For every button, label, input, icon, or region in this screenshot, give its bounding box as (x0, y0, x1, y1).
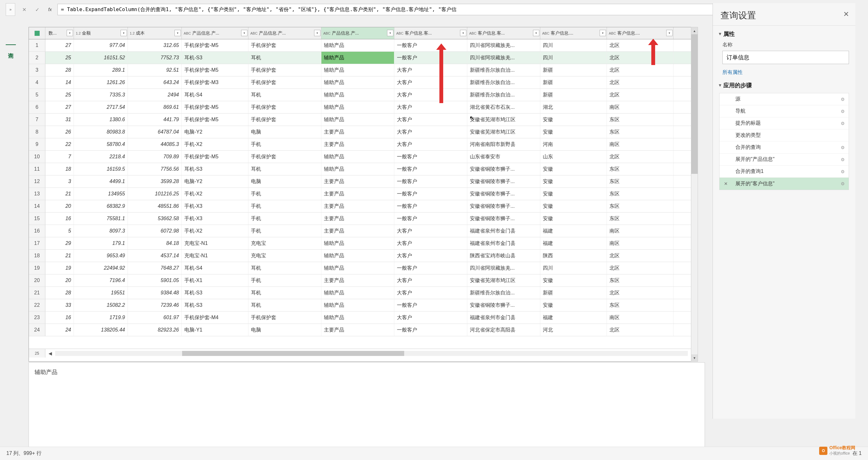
column-header-6[interactable]: ABC客户信息.客... (394, 27, 467, 39)
column-filter-icon[interactable] (241, 30, 247, 36)
cell[interactable]: 福建省泉州市金门县 (467, 237, 540, 249)
table-row[interactable]: 2128195519384.48耳机-S3耳机辅助产品大客户新疆维吾尔族自治..… (29, 287, 698, 299)
properties-header[interactable]: 属性 (719, 30, 849, 38)
table-row[interactable]: 328289.192.51手机保护套-M5手机保护套辅助产品大客户新疆维吾尔族自… (29, 64, 698, 76)
row-number[interactable]: 18 (29, 250, 45, 262)
cell[interactable]: 5 (45, 225, 74, 237)
cell[interactable]: 手机保护套 (248, 311, 321, 324)
cell[interactable]: 主要产品 (321, 200, 394, 212)
table-row[interactable]: 92258780.444085.3手机-X2手机主要产品大客户河南省南阳市新野县… (29, 138, 698, 151)
cell[interactable]: 22494.92 (74, 262, 128, 274)
cell[interactable]: 101216.25 (128, 188, 182, 200)
cell[interactable]: 15082.2 (74, 299, 128, 311)
cell[interactable]: 64787.04 (128, 126, 182, 138)
cell[interactable]: 辅助产品 (321, 52, 394, 64)
horizontal-scrollbar[interactable] (45, 349, 698, 358)
cell[interactable]: 辅助产品 (321, 76, 394, 89)
cell[interactable]: 大客户 (394, 126, 467, 138)
cell[interactable]: 安徽 (540, 163, 607, 175)
applied-step[interactable]: 导航 (719, 105, 849, 117)
cell[interactable]: 75581.1 (74, 213, 128, 224)
cell[interactable]: 25 (45, 89, 74, 101)
cell[interactable]: 电脑 (248, 176, 321, 187)
cell[interactable]: 20 (45, 200, 74, 212)
cell[interactable]: 134955 (74, 188, 128, 200)
cell[interactable]: 53662.58 (128, 213, 182, 224)
cell[interactable]: 手机 (248, 200, 321, 212)
row-number[interactable]: 12 (29, 176, 45, 187)
cell[interactable]: 大客户 (394, 311, 467, 324)
cell[interactable]: 耳机-S3 (182, 299, 248, 311)
applied-step[interactable]: 更改的类型 (719, 129, 849, 142)
cell[interactable]: 东区 (607, 114, 674, 126)
cell[interactable]: 138205.44 (74, 324, 128, 336)
cell[interactable]: 安徽 (540, 188, 607, 200)
expand-panel-toggle[interactable] (6, 3, 15, 16)
cell[interactable]: 福建省泉州市金门县 (467, 225, 540, 237)
row-number[interactable]: 21 (29, 287, 45, 299)
cell[interactable]: 一般客户 (394, 299, 467, 311)
table-row[interactable]: 1234499.13599.28电脑-Y2电脑主要产品一般客户安徽省铜陵市狮子.… (29, 176, 698, 188)
cell[interactable]: 48551.86 (128, 200, 182, 212)
cell[interactable]: 安徽省铜陵市狮子... (467, 163, 540, 175)
cell[interactable]: 南区 (607, 237, 674, 249)
column-header-4[interactable]: ABC产品信息.产... (248, 27, 321, 39)
table-row[interactable]: 111816159.57756.56耳机-S3耳机辅助产品一般客户安徽省铜陵市狮… (29, 163, 698, 176)
cell[interactable]: 9384.48 (128, 287, 182, 299)
cell[interactable]: 湖北省黄石市石灰... (467, 101, 540, 113)
applied-steps-header[interactable]: 应用的步骤 (719, 82, 849, 89)
cell[interactable]: 新疆维吾尔族自治... (467, 76, 540, 89)
cell[interactable]: 28 (45, 64, 74, 76)
cell[interactable]: 84.18 (128, 237, 182, 249)
cell[interactable]: 7648.27 (128, 262, 182, 274)
cell[interactable]: 大客户 (394, 76, 467, 89)
cell[interactable]: 大客户 (394, 64, 467, 76)
cell[interactable]: 北区 (607, 250, 674, 262)
cell[interactable]: 福建省泉州市金门县 (467, 311, 540, 324)
hscroll-left-icon[interactable] (49, 351, 52, 356)
cell[interactable]: 6072.98 (128, 225, 182, 237)
row-number[interactable]: 23 (29, 311, 45, 324)
table-row[interactable]: 6272717.54869.61手机保护套-M5手机保护套辅助产品大客户湖北省黄… (29, 101, 698, 114)
cell[interactable]: 27 (45, 39, 74, 52)
cell[interactable]: 16159.5 (74, 163, 128, 175)
gear-icon[interactable] (841, 157, 845, 162)
cell[interactable]: 新疆维吾尔族自治... (467, 64, 540, 76)
cell[interactable]: 手机保护套-M5 (182, 101, 248, 113)
column-filter-icon[interactable] (67, 30, 73, 36)
hscroll-track[interactable] (55, 351, 688, 356)
cell[interactable]: 18 (45, 163, 74, 175)
cell[interactable]: 一般客户 (394, 213, 467, 224)
cell[interactable]: 601.97 (128, 311, 182, 324)
cell[interactable]: 3 (45, 176, 74, 187)
cell[interactable]: 南区 (607, 138, 674, 150)
cell[interactable]: 7752.73 (128, 52, 182, 64)
cell[interactable]: 辅助产品 (321, 250, 394, 262)
cell[interactable]: 新疆 (540, 89, 607, 101)
cell[interactable]: 一般客户 (394, 52, 467, 64)
cell[interactable]: 大客户 (394, 287, 467, 299)
cell[interactable]: 手机保护套 (248, 114, 321, 126)
cell[interactable]: 手机-X3 (182, 200, 248, 212)
cell[interactable]: 东区 (607, 213, 674, 224)
row-number[interactable]: 4 (29, 76, 45, 89)
select-all-corner[interactable] (29, 27, 45, 39)
cell[interactable]: 耳机 (248, 89, 321, 101)
cell[interactable]: 44085.3 (128, 138, 182, 150)
gear-icon[interactable] (841, 181, 845, 186)
row-number[interactable]: 2 (29, 52, 45, 64)
cell[interactable]: 主要产品 (321, 126, 394, 138)
hscroll-thumb[interactable] (182, 351, 404, 356)
cell[interactable]: 北区 (607, 64, 674, 76)
table-row[interactable]: 191922494.927648.27耳机-S4耳机辅助产品一般客户四川省阿坝藏… (29, 262, 698, 274)
cell[interactable]: 大客户 (394, 225, 467, 237)
cell[interactable]: 58780.4 (74, 138, 128, 150)
cell[interactable]: 电脑 (248, 324, 321, 336)
cell[interactable]: 一般客户 (394, 163, 467, 175)
cell[interactable]: 2494 (128, 89, 182, 101)
cell[interactable]: 安徽省铜陵市狮子... (467, 200, 540, 212)
cell[interactable]: 南区 (607, 225, 674, 237)
cell[interactable]: 北区 (607, 39, 674, 52)
cell[interactable]: 辅助产品 (321, 89, 394, 101)
cell[interactable]: 手机保护套-M5 (182, 39, 248, 52)
